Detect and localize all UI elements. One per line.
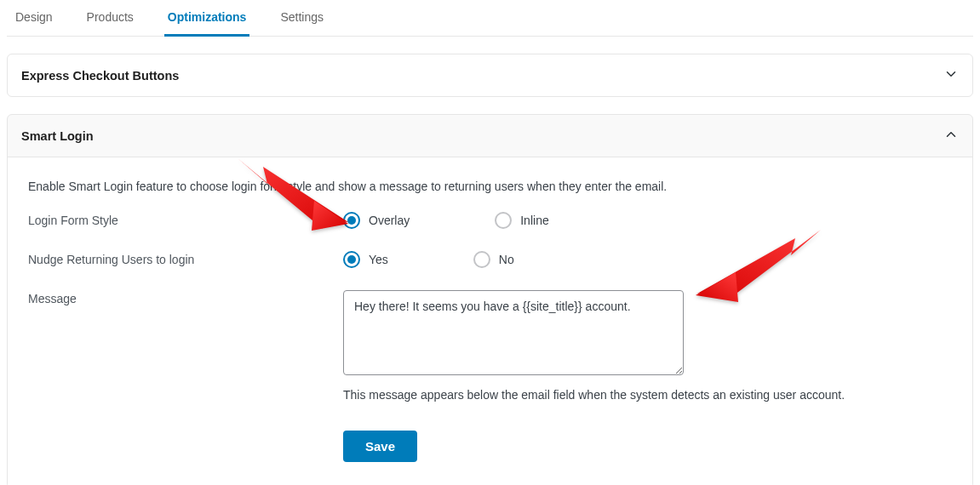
radio-group-login-form-style: Overlay Inline bbox=[343, 212, 549, 229]
radio-inline-label: Inline bbox=[520, 214, 548, 227]
message-helper-text: This message appears below the email fie… bbox=[343, 388, 854, 402]
radio-overlay[interactable]: Overlay bbox=[343, 212, 410, 229]
panel-smart-login-title: Smart Login bbox=[21, 129, 94, 143]
label-login-form-style: Login Form Style bbox=[28, 212, 343, 227]
panel-smart-login-body: Enable Smart Login feature to choose log… bbox=[8, 157, 972, 485]
radio-no-label: No bbox=[499, 253, 514, 266]
tab-settings[interactable]: Settings bbox=[277, 0, 327, 36]
radio-yes-label: Yes bbox=[369, 253, 388, 266]
radio-icon bbox=[473, 251, 490, 268]
tab-products[interactable]: Products bbox=[83, 0, 137, 36]
radio-group-nudge-returning: Yes No bbox=[343, 251, 514, 268]
label-nudge-returning: Nudge Returning Users to login bbox=[28, 251, 343, 266]
chevron-up-icon bbox=[943, 127, 959, 145]
panel-express-checkout: Express Checkout Buttons bbox=[7, 54, 973, 97]
radio-icon bbox=[495, 212, 512, 229]
tab-design[interactable]: Design bbox=[12, 0, 56, 36]
tab-optimizations[interactable]: Optimizations bbox=[164, 0, 250, 36]
radio-icon bbox=[343, 251, 360, 268]
row-login-form-style: Login Form Style Overlay Inline bbox=[28, 212, 952, 229]
radio-yes[interactable]: Yes bbox=[343, 251, 388, 268]
radio-no[interactable]: No bbox=[473, 251, 514, 268]
label-message: Message bbox=[28, 290, 343, 305]
smart-login-description: Enable Smart Login feature to choose log… bbox=[28, 180, 952, 193]
save-button[interactable]: Save bbox=[343, 431, 417, 462]
panel-smart-login-header[interactable]: Smart Login bbox=[8, 115, 972, 157]
radio-inline[interactable]: Inline bbox=[495, 212, 548, 229]
message-textarea[interactable] bbox=[343, 290, 684, 375]
chevron-down-icon bbox=[943, 66, 959, 84]
message-column: This message appears below the email fie… bbox=[343, 290, 854, 402]
row-nudge-returning: Nudge Returning Users to login Yes No bbox=[28, 251, 952, 268]
panel-smart-login: Smart Login Enable Smart Login feature t… bbox=[7, 114, 973, 485]
row-message: Message This message appears below the e… bbox=[28, 290, 952, 402]
radio-overlay-label: Overlay bbox=[369, 214, 410, 227]
radio-icon bbox=[343, 212, 360, 229]
panel-express-checkout-header[interactable]: Express Checkout Buttons bbox=[8, 54, 972, 96]
panel-express-checkout-title: Express Checkout Buttons bbox=[21, 69, 179, 83]
tab-bar: Design Products Optimizations Settings bbox=[7, 0, 973, 37]
